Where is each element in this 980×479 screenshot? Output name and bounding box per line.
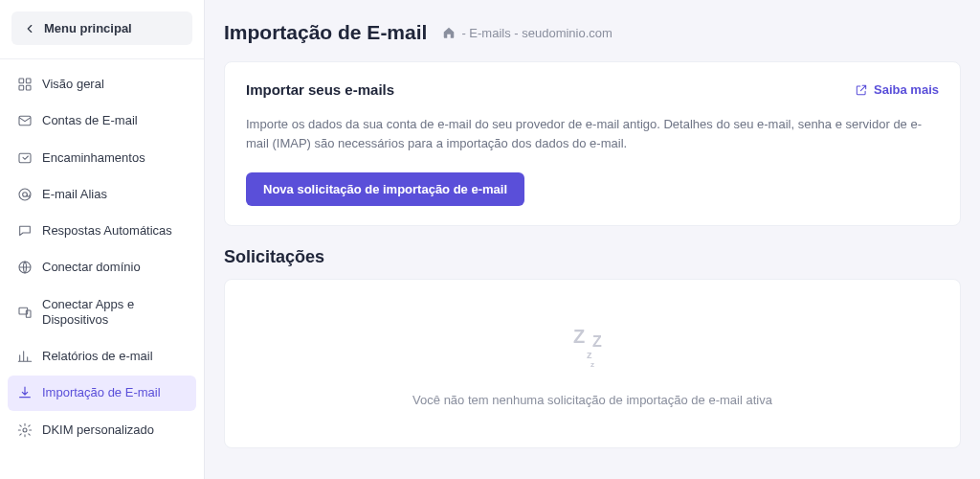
chart-icon [17,349,33,364]
svg-point-6 [19,189,31,200]
globe-icon [17,260,33,275]
sidebar-item-connect-domain[interactable]: Conectar domínio [8,250,196,285]
breadcrumb-text: - E-mails - seudominio.com [461,26,612,40]
learn-more-link[interactable]: Saiba mais [855,82,939,97]
sidebar-item-forwarding[interactable]: Encaminhamentos [8,141,196,175]
svg-rect-1 [26,79,31,83]
requests-empty-state: ZZzz Você não tem nenhuma solicitação de… [224,279,961,448]
sidebar-separator [0,58,204,59]
chevron-left-icon [23,22,36,35]
sidebar-item-label: Encaminhamentos [42,150,145,166]
sidebar: Menu principal Visão geral Contas de E-m… [0,0,205,479]
new-import-request-button[interactable]: Nova solicitação de importação de e-mail [246,172,524,206]
main-menu-label: Menu principal [44,21,132,35]
breadcrumb[interactable]: - E-mails - seudominio.com [442,26,612,40]
sidebar-item-label: DKIM personalizado [42,422,154,438]
page-header: Importação de E-mail - E-mails - seudomi… [224,21,961,44]
sidebar-item-label: Respostas Automáticas [42,223,172,239]
sidebar-item-dkim[interactable]: DKIM personalizado [8,413,196,447]
sidebar-item-email-accounts[interactable]: Contas de E-mail [8,103,196,138]
at-icon [17,187,33,202]
sleep-icon: ZZzz [573,326,612,368]
main-menu-button[interactable]: Menu principal [11,11,192,45]
svg-rect-4 [19,117,31,125]
sidebar-item-label: Relatórios de e-mail [42,349,153,364]
svg-rect-5 [19,153,31,162]
sidebar-nav: Visão geral Contas de E-mail Encaminhame… [0,65,204,449]
sidebar-item-alias[interactable]: E-mail Alias [8,177,196,212]
sidebar-item-label: Contas de E-mail [42,113,138,128]
card-description: Importe os dados da sua conta de e-mail … [246,115,939,153]
page-title: Importação de E-mail [224,21,427,44]
devices-icon [17,305,33,320]
forward-icon [17,150,33,166]
download-icon [17,385,33,400]
grid-icon [17,77,33,92]
sidebar-item-reports[interactable]: Relatórios de e-mail [8,339,196,374]
home-icon [442,26,456,39]
import-emails-card: Importar seus e-mails Saiba mais Importe… [224,61,961,226]
svg-rect-0 [19,79,24,83]
sidebar-item-auto-responses[interactable]: Respostas Automáticas [8,214,196,248]
sidebar-item-connect-apps[interactable]: Conectar Apps e Dispositivos [8,287,196,338]
empty-state-text: Você não tem nenhuma solicitação de impo… [412,393,772,407]
sidebar-item-label: Importação de E-mail [42,385,161,400]
card-header: Importar seus e-mails Saiba mais [246,81,939,98]
requests-section-title: Solicitações [224,247,961,267]
sidebar-item-email-import[interactable]: Importação de E-mail [8,376,196,410]
svg-point-11 [23,428,27,432]
envelope-icon [17,113,33,128]
sidebar-item-label: Conectar Apps e Dispositivos [42,297,187,329]
sidebar-item-label: E-mail Alias [42,187,107,202]
main-content: Importação de E-mail - E-mails - seudomi… [205,0,980,479]
svg-rect-2 [19,85,24,90]
sidebar-item-label: Conectar domínio [42,260,141,275]
learn-more-label: Saiba mais [874,82,939,97]
card-title: Importar seus e-mails [246,81,394,98]
external-link-icon [855,83,868,97]
gear-icon [17,422,33,438]
sidebar-item-overview[interactable]: Visão geral [8,67,196,102]
chat-icon [17,223,33,239]
svg-rect-3 [26,85,31,90]
svg-point-7 [23,193,28,197]
sidebar-item-label: Visão geral [42,77,104,92]
